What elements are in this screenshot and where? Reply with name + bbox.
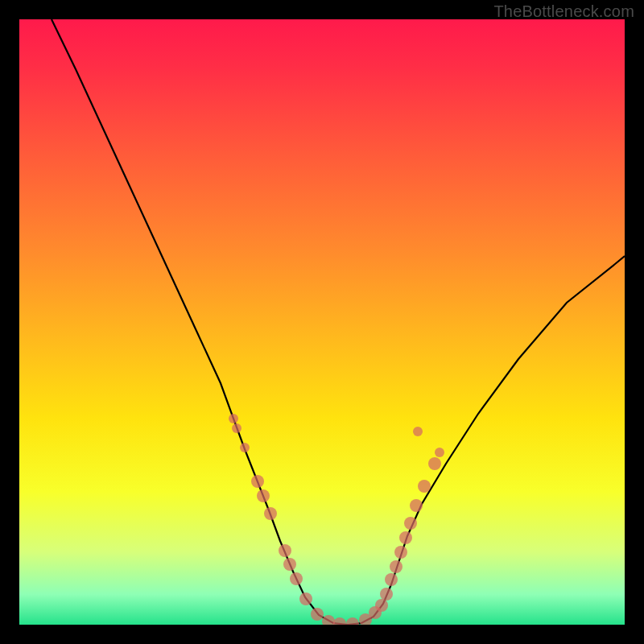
sample-dot	[333, 617, 346, 625]
sample-dot	[410, 499, 423, 512]
sample-dot	[418, 480, 431, 493]
sample-dot	[390, 560, 402, 573]
bottleneck-curve	[52, 19, 625, 625]
sample-dot	[385, 573, 398, 586]
chart-svg	[19, 19, 625, 625]
plot-area	[19, 19, 625, 625]
sample-dot	[394, 546, 407, 559]
sample-dot	[399, 531, 412, 544]
sample-dot	[299, 592, 312, 605]
sample-dot	[413, 427, 423, 436]
sample-dot	[279, 544, 291, 557]
sample-dot	[435, 448, 444, 457]
sample-dot	[257, 489, 270, 502]
sample-dot	[322, 615, 335, 625]
sample-dot	[346, 617, 359, 625]
sample-dot	[240, 443, 250, 452]
sample-dot	[283, 558, 296, 571]
sample-dot	[311, 608, 324, 621]
watermark-text: TheBottleneck.com	[493, 2, 634, 21]
sample-dot	[290, 572, 303, 585]
sample-dots-group	[229, 414, 444, 625]
sample-dot	[264, 507, 277, 520]
sample-dot	[380, 588, 393, 601]
sample-dot	[232, 423, 242, 433]
sample-dot	[251, 475, 264, 488]
sample-dot	[375, 599, 388, 612]
sample-dot	[428, 457, 441, 470]
sample-dot	[404, 517, 417, 530]
sample-dot	[229, 414, 238, 423]
chart-frame: TheBottleneck.com	[0, 0, 644, 644]
